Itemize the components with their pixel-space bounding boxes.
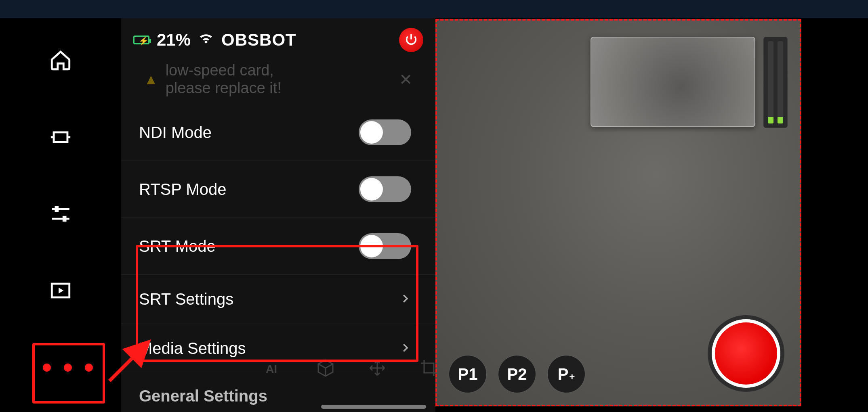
- preset-buttons: P1 P2 P+: [449, 356, 585, 393]
- rtsp-mode-row[interactable]: RTSP Mode: [121, 161, 435, 218]
- alert-line1: low-speed card,: [166, 62, 392, 79]
- rtsp-mode-toggle[interactable]: [359, 176, 411, 202]
- ndi-mode-label: NDI Mode: [139, 123, 212, 142]
- dismiss-alert-button[interactable]: ✕: [399, 70, 413, 89]
- srt-mode-row[interactable]: SRT Mode: [121, 218, 435, 275]
- power-icon: [404, 33, 418, 47]
- rtsp-mode-label: RTSP Mode: [139, 180, 226, 199]
- ndi-mode-toggle[interactable]: [359, 119, 411, 145]
- sliders-icon: [49, 202, 72, 226]
- media-settings-label: Media Settings: [139, 339, 246, 358]
- gimbal-icon: [49, 125, 72, 149]
- panel-header: ⚡ 21% OBSBOT: [121, 18, 435, 59]
- battery-percent: 21%: [157, 30, 191, 50]
- srt-mode-toggle[interactable]: [359, 233, 411, 259]
- preset-2-button[interactable]: P2: [498, 356, 536, 393]
- audio-level-meter: [763, 37, 788, 128]
- svg-text:AI: AI: [266, 363, 277, 375]
- home-indicator[interactable]: [321, 405, 426, 409]
- warning-icon: ▲: [144, 71, 158, 88]
- settings-list: NDI Mode RTSP Mode SRT Mode SRT Settings…: [121, 104, 435, 373]
- preset-1-button[interactable]: P1: [449, 356, 486, 393]
- preset-1-label: P1: [458, 365, 478, 383]
- device-name: OBSBOT: [221, 30, 296, 50]
- adjust-button[interactable]: [46, 200, 75, 228]
- right-black-column: [801, 18, 868, 412]
- svg-rect-1: [55, 206, 59, 212]
- preset-2-label: P2: [507, 365, 527, 383]
- svg-rect-0: [54, 132, 67, 142]
- srt-mode-label: SRT Mode: [139, 237, 216, 255]
- play-in-rect-icon: [49, 279, 72, 302]
- audio-level-left: [768, 41, 773, 123]
- cube-icon: [316, 358, 335, 378]
- alert-line2: please replace it!: [166, 79, 392, 97]
- preset-add-button[interactable]: P+: [548, 356, 585, 393]
- chevron-right-icon: [399, 290, 411, 308]
- system-status-bar: [0, 0, 868, 18]
- home-icon: [49, 49, 72, 72]
- svg-rect-2: [63, 216, 67, 222]
- more-menu-button[interactable]: • • •: [32, 343, 105, 404]
- battery-icon: ⚡: [133, 36, 149, 44]
- srt-settings-row[interactable]: SRT Settings: [121, 275, 435, 324]
- wifi-icon: [198, 30, 214, 50]
- sd-card-warning: ▲ low-speed card, please replace it! ✕: [137, 59, 419, 99]
- home-button[interactable]: [46, 46, 75, 75]
- ai-icon: AI: [264, 358, 284, 378]
- playback-button[interactable]: [46, 276, 75, 305]
- app-stage: • • • ⚡ 21% OBSBOT ▲ low-speed card, ple…: [0, 18, 868, 412]
- audio-level-right: [778, 41, 783, 123]
- picture-in-picture-preview[interactable]: [591, 37, 755, 127]
- power-button[interactable]: [399, 28, 423, 52]
- settings-panel: ⚡ 21% OBSBOT ▲ low-speed card, please re…: [121, 18, 435, 412]
- ndi-mode-row[interactable]: NDI Mode: [121, 104, 435, 161]
- move-icon: [368, 358, 387, 378]
- preset-add-p: P: [558, 365, 569, 383]
- srt-settings-label: SRT Settings: [139, 290, 233, 308]
- record-button[interactable]: [712, 319, 780, 388]
- preset-add-plus-icon: +: [569, 371, 575, 383]
- gimbal-button[interactable]: [46, 123, 75, 151]
- camera-viewport[interactable]: P1 P2 P+: [435, 19, 801, 406]
